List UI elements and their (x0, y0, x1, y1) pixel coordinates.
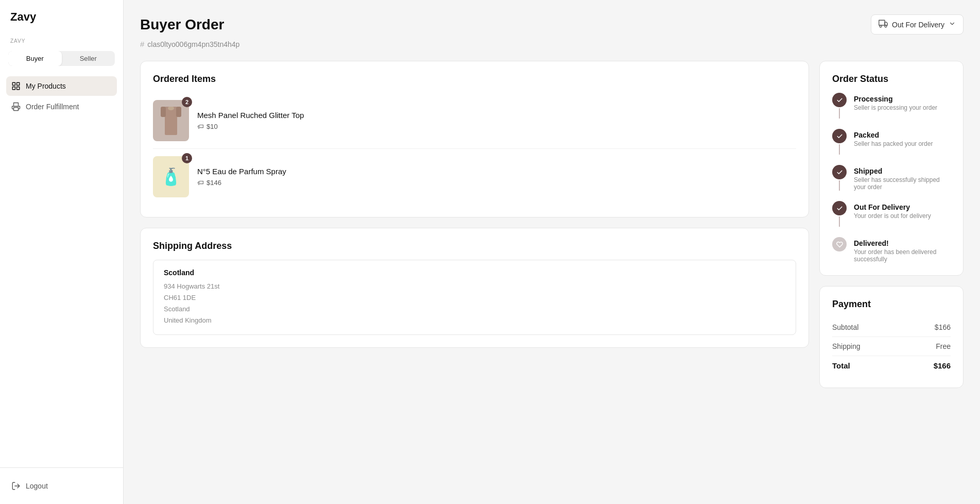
receipt-icon (11, 102, 21, 111)
svg-rect-2 (12, 87, 15, 90)
item-info-1: Mesh Panel Ruched Glitter Top 🏷 $10 (197, 111, 796, 130)
item-qty-badge-2: 1 (182, 153, 192, 163)
svg-rect-0 (12, 82, 15, 85)
step-line-3 (839, 180, 840, 191)
step-indicator-shipped (832, 165, 847, 191)
svg-rect-10 (165, 107, 177, 135)
status-step-out-for-delivery: Out For Delivery Your order is out for d… (832, 201, 951, 237)
address-line-1: 934 Hogwarts 21st (164, 281, 785, 292)
item-name-1: Mesh Panel Ruched Glitter Top (197, 111, 796, 120)
status-step-delivered: Delivered! Your order has been delivered… (832, 237, 951, 263)
shipping-address-card: Shipping Address Scotland 934 Hogwarts 2… (140, 228, 809, 348)
brand-label: ZAVY (0, 32, 123, 46)
sidebar-item-order-fulfillment-label: Order Fulfillment (26, 103, 79, 111)
step-desc-out-for-delivery: Your order is out for delivery (854, 212, 951, 220)
status-step-processing: Processing Seller is processing your ord… (832, 93, 951, 129)
address-line-3: Scotland (164, 304, 785, 315)
step-indicator-delivered (832, 237, 847, 251)
item-qty-badge-1: 2 (182, 97, 192, 107)
step-content-packed: Packed Seller has packed your order (854, 129, 951, 147)
right-column: Order Status Processing Seller is proces… (819, 61, 964, 388)
item-price-1: 🏷 $10 (197, 123, 796, 130)
order-id-value: clas0ltyo006gm4pn35tn4h4p (147, 40, 239, 48)
hash-icon: # (140, 40, 144, 48)
grid-icon (11, 81, 21, 91)
address-name: Scotland (164, 268, 785, 277)
svg-marker-7 (885, 22, 887, 25)
order-id-row: # clas0ltyo006gm4pn35tn4h4p (140, 40, 964, 48)
list-item: 2 Mesh Panel Ruched Glitter Top 🏷 $10 (153, 93, 796, 149)
shipping-value: Free (936, 342, 951, 350)
page-header: Buyer Order Out For Delivery (140, 14, 964, 35)
item-image-wrap-2: 🧴 1 (153, 156, 189, 197)
status-step-shipped: Shipped Seller has successfully shipped … (832, 165, 951, 201)
step-dot-delivered (832, 237, 847, 251)
svg-rect-4 (14, 108, 19, 111)
step-desc-shipped: Seller has successfully shipped your ord… (854, 176, 951, 191)
seller-tab[interactable]: Seller (62, 51, 115, 66)
page-title: Buyer Order (140, 16, 224, 33)
app-logo: Zavy (0, 0, 123, 32)
ordered-items-title: Ordered Items (153, 74, 796, 85)
step-indicator-processing (832, 93, 847, 119)
subtotal-label: Subtotal (832, 323, 858, 331)
ordered-items-card: Ordered Items 2 (140, 61, 809, 217)
step-line-4 (839, 216, 840, 227)
item-image-wrap-1: 2 (153, 100, 189, 141)
svg-rect-1 (17, 82, 20, 85)
main-content: Buyer Order Out For Delivery # clas0ltyo… (124, 0, 980, 504)
total-value: $166 (934, 361, 951, 370)
sidebar: Zavy ZAVY Buyer Seller My Products Order… (0, 0, 124, 504)
step-name-packed: Packed (854, 131, 951, 139)
sidebar-nav: My Products Order Fulfillment (0, 74, 123, 119)
step-indicator-out-for-delivery (832, 201, 847, 227)
step-dot-processing (832, 93, 847, 107)
logout-button[interactable]: Logout (6, 476, 117, 496)
shipping-address-title: Shipping Address (153, 241, 796, 251)
payment-total-row: Total $166 (832, 356, 951, 375)
total-label: Total (832, 361, 850, 370)
step-dot-shipped (832, 165, 847, 179)
step-name-processing: Processing (854, 95, 951, 103)
logout-icon (11, 481, 21, 491)
step-content-out-for-delivery: Out For Delivery Your order is out for d… (854, 201, 951, 220)
svg-rect-12 (176, 107, 181, 117)
sidebar-item-my-products-label: My Products (26, 82, 66, 90)
sidebar-bottom: Logout (0, 467, 123, 504)
left-column: Ordered Items 2 (140, 61, 809, 388)
item-price-2: 🏷 $146 (197, 179, 796, 187)
payment-subtotal-row: Subtotal $166 (832, 318, 951, 337)
step-desc-processing: Seller is processing your order (854, 104, 951, 111)
step-desc-packed: Seller has packed your order (854, 140, 951, 147)
buyer-tab[interactable]: Buyer (8, 51, 62, 66)
step-line-2 (839, 144, 840, 155)
price-tag-icon-1: 🏷 (197, 123, 204, 130)
step-indicator-packed (832, 129, 847, 155)
step-name-delivered: Delivered! (854, 239, 951, 247)
sidebar-item-order-fulfillment[interactable]: Order Fulfillment (6, 97, 117, 116)
sidebar-item-my-products[interactable]: My Products (6, 76, 117, 96)
step-content-delivered: Delivered! Your order has been delivered… (854, 237, 951, 263)
item-info-2: N°5 Eau de Parfum Spray 🏷 $146 (197, 167, 796, 187)
step-desc-delivered: Your order has been delivered successful… (854, 248, 951, 263)
subtotal-value: $166 (935, 323, 951, 331)
buyer-seller-toggle: Buyer Seller (8, 51, 115, 66)
step-content-processing: Processing Seller is processing your ord… (854, 93, 951, 111)
address-detail-card: Scotland 934 Hogwarts 21st CH61 1DE Scot… (153, 260, 796, 335)
step-content-shipped: Shipped Seller has successfully shipped … (854, 165, 951, 191)
shipping-label: Shipping (832, 342, 861, 350)
chevron-down-icon (949, 20, 956, 29)
svg-rect-11 (161, 107, 166, 117)
truck-icon (879, 19, 888, 30)
step-name-shipped: Shipped (854, 167, 951, 175)
logout-label: Logout (26, 482, 48, 490)
svg-rect-6 (879, 20, 885, 25)
address-lines: 934 Hogwarts 21st CH61 1DE Scotland Unit… (164, 281, 785, 326)
payment-card: Payment Subtotal $166 Shipping Free Tota… (819, 286, 964, 388)
step-dot-packed (832, 129, 847, 143)
item-name-2: N°5 Eau de Parfum Spray (197, 167, 796, 176)
status-badge[interactable]: Out For Delivery (871, 14, 964, 35)
list-item: 🧴 1 N°5 Eau de Parfum Spray 🏷 $146 (153, 149, 796, 205)
step-name-out-for-delivery: Out For Delivery (854, 203, 951, 211)
status-step-packed: Packed Seller has packed your order (832, 129, 951, 165)
